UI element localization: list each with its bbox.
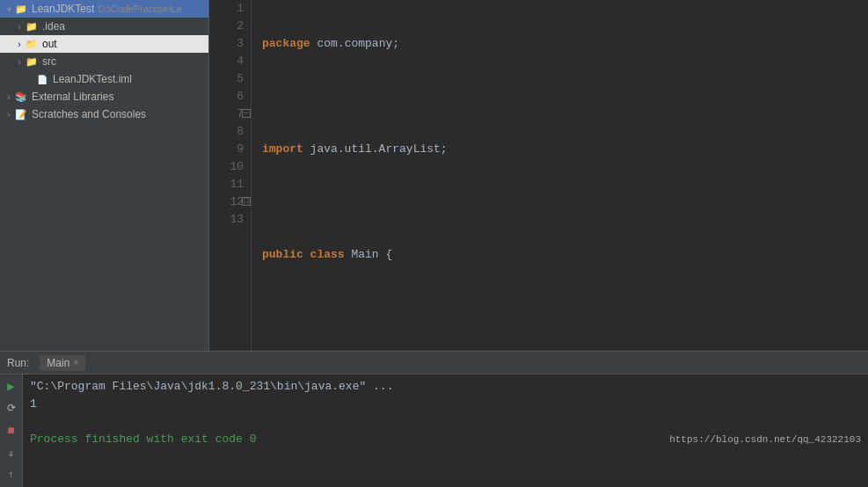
sidebar-label-ext-lib: External Libraries (32, 91, 113, 103)
line-10: 10 (216, 158, 244, 176)
line-5: ▶ 5 (216, 70, 244, 88)
line-9: 9 (216, 141, 244, 158)
sidebar-item-external-libraries[interactable]: › 📚 External Libraries (0, 88, 208, 105)
sidebar-item-idea[interactable]: › 📁 .idea (0, 18, 208, 35)
console-line-0: "C:\Program Files\Java\jdk1.8.0_231\bin\… (30, 378, 861, 396)
folder-icon-src: 📁 (25, 55, 39, 69)
scroll-button[interactable]: ⇓ (3, 445, 20, 462)
code-editor[interactable]: package com.company; import java.util.Ar… (252, 0, 868, 351)
line-3: 3 (216, 35, 244, 53)
fold-7[interactable]: − (242, 109, 251, 118)
sidebar-label-iml: LeanJDKTest.iml (53, 73, 132, 85)
line-2: 2 (216, 18, 244, 35)
folder-icon-out: 📁 (25, 37, 39, 51)
arrow-ext-lib: › (4, 92, 14, 102)
code-line-4 (262, 193, 857, 211)
code-line-1: package com.company; (262, 35, 857, 53)
console-buttons: ▶ ⟳ ■ ⇓ ↑ (0, 374, 23, 487)
line-6: 6 (216, 88, 244, 105)
run-label: Run: (7, 357, 29, 369)
main-tab-label: Main (47, 357, 69, 369)
sidebar-label-out: out (42, 38, 57, 50)
console-body: ▶ ⟳ ■ ⇓ ↑ "C:\Program Files\Java\jdk1.8.… (0, 374, 868, 487)
sidebar-item-iml[interactable]: 📄 LeanJDKTest.iml (0, 70, 208, 88)
code-line-5: public class Main { (262, 246, 857, 264)
sidebar-item-scratches[interactable]: › 📝 Scratches and Consoles (0, 105, 208, 123)
sidebar-item-lean-jdk-test[interactable]: ▾ 📁 LeanJDKTest D:\CodePractise\Le (0, 0, 208, 18)
editor-content: 1 2 3 4 ▶ 5 6 ▶ 7 − 8 9 10 11 1 (209, 0, 868, 351)
console-output: "C:\Program Files\Java\jdk1.8.0_231\bin\… (23, 374, 868, 487)
sidebar-label-lean-jdk-test: LeanJDKTest (32, 3, 94, 15)
sidebar-item-out[interactable]: › 📁 out (0, 35, 208, 53)
project-sidebar: ▾ 📁 LeanJDKTest D:\CodePractise\Le › 📁 .… (0, 0, 209, 351)
line-11: 11 (216, 176, 244, 193)
folder-icon-idea: 📁 (25, 19, 39, 33)
fold-end-12[interactable]: □ (242, 197, 251, 206)
scratch-icon: 📝 (14, 107, 28, 121)
arrow-src: › (14, 57, 25, 67)
main-tab[interactable]: Main × (40, 355, 85, 371)
play-button[interactable]: ▶ (3, 378, 20, 395)
line-4: 4 (216, 53, 244, 70)
arrow-out: › (14, 40, 25, 49)
sidebar-label-src: src (42, 55, 56, 68)
lib-icon: 📚 (14, 90, 28, 104)
folder-icon-lean-jdk-test: 📁 (14, 2, 28, 16)
up-button[interactable]: ↑ (3, 467, 20, 483)
sidebar-item-src[interactable]: › 📁 src (0, 53, 208, 70)
console-link[interactable]: https://blog.csdn.net/qq_42322103 (669, 431, 861, 448)
line-13: 13 (216, 211, 244, 229)
line-7: ▶ 7 − (216, 105, 244, 123)
arrow-scratches: › (4, 110, 14, 120)
sidebar-label-scratches: Scratches and Consoles (32, 108, 146, 120)
line-12: 12 □ (216, 193, 244, 211)
editor-area: 1 2 3 4 ▶ 5 6 ▶ 7 − 8 9 10 11 1 (209, 0, 868, 351)
console-tabs: Run: Main × (0, 352, 868, 374)
main-tab-close[interactable]: × (73, 358, 78, 367)
arrow-lean-jdk-test: ▾ (4, 4, 14, 14)
line-1: 1 (216, 0, 244, 18)
console-panel: Run: Main × ▶ ⟳ ■ ⇓ ↑ "C:\Program Files\… (0, 351, 868, 487)
rerun-button[interactable]: ⟳ (3, 400, 20, 417)
stop-button[interactable]: ■ (3, 422, 20, 439)
sidebar-path: D:\CodePractise\Le (98, 4, 181, 14)
console-line-3: Process finished with exit code 0 https:… (30, 431, 861, 448)
console-process-text: Process finished with exit code 0 (30, 431, 256, 448)
code-line-3: import java.util.ArrayList; (262, 141, 857, 158)
code-line-2 (262, 88, 857, 105)
arrow-idea: › (14, 22, 25, 32)
code-line-6 (262, 299, 857, 316)
line-8: 8 (216, 123, 244, 141)
console-line-1: 1 (30, 396, 861, 413)
line-numbers: 1 2 3 4 ▶ 5 6 ▶ 7 − 8 9 10 11 1 (209, 0, 252, 351)
iml-icon: 📄 (35, 72, 49, 86)
sidebar-label-idea: .idea (42, 20, 65, 33)
console-line-2 (30, 413, 861, 431)
